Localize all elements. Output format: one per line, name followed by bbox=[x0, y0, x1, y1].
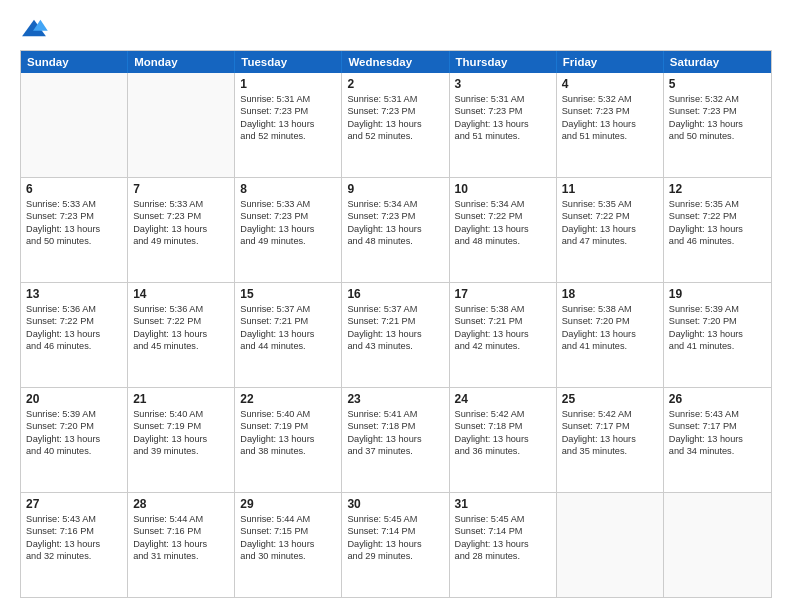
cell-info-line: Sunset: 7:22 PM bbox=[133, 315, 229, 327]
cell-info-line: Daylight: 13 hours bbox=[455, 223, 551, 235]
header-day-friday: Friday bbox=[557, 51, 664, 73]
day-cell-3: 3Sunrise: 5:31 AMSunset: 7:23 PMDaylight… bbox=[450, 73, 557, 177]
cell-info-line: Sunrise: 5:38 AM bbox=[455, 303, 551, 315]
cell-info-line: Daylight: 13 hours bbox=[240, 538, 336, 550]
cell-info-line: and 31 minutes. bbox=[133, 550, 229, 562]
cell-info-line: and 50 minutes. bbox=[669, 130, 766, 142]
cell-info-line: Sunset: 7:17 PM bbox=[669, 420, 766, 432]
cell-info-line: Sunrise: 5:31 AM bbox=[347, 93, 443, 105]
week-row-3: 13Sunrise: 5:36 AMSunset: 7:22 PMDayligh… bbox=[21, 282, 771, 387]
cell-info-line: Sunrise: 5:32 AM bbox=[669, 93, 766, 105]
cell-info-line: Sunset: 7:21 PM bbox=[240, 315, 336, 327]
cell-info-line: Daylight: 13 hours bbox=[455, 118, 551, 130]
day-number: 21 bbox=[133, 392, 229, 406]
cell-info-line: and 43 minutes. bbox=[347, 340, 443, 352]
cell-info-line: Sunrise: 5:36 AM bbox=[26, 303, 122, 315]
cell-info-line: Sunset: 7:23 PM bbox=[240, 105, 336, 117]
day-cell-24: 24Sunrise: 5:42 AMSunset: 7:18 PMDayligh… bbox=[450, 388, 557, 492]
cell-info-line: and 46 minutes. bbox=[26, 340, 122, 352]
cell-info-line: Sunrise: 5:42 AM bbox=[562, 408, 658, 420]
day-number: 11 bbox=[562, 182, 658, 196]
cell-info-line: Daylight: 13 hours bbox=[455, 538, 551, 550]
cell-info-line: Sunrise: 5:31 AM bbox=[455, 93, 551, 105]
cell-info-line: Sunrise: 5:45 AM bbox=[347, 513, 443, 525]
day-number: 28 bbox=[133, 497, 229, 511]
cell-info-line: Sunset: 7:22 PM bbox=[26, 315, 122, 327]
day-cell-17: 17Sunrise: 5:38 AMSunset: 7:21 PMDayligh… bbox=[450, 283, 557, 387]
cell-info-line: Daylight: 13 hours bbox=[133, 223, 229, 235]
cell-info-line: Sunrise: 5:34 AM bbox=[347, 198, 443, 210]
cell-info-line: Sunset: 7:22 PM bbox=[562, 210, 658, 222]
day-number: 26 bbox=[669, 392, 766, 406]
day-number: 22 bbox=[240, 392, 336, 406]
day-cell-7: 7Sunrise: 5:33 AMSunset: 7:23 PMDaylight… bbox=[128, 178, 235, 282]
week-row-5: 27Sunrise: 5:43 AMSunset: 7:16 PMDayligh… bbox=[21, 492, 771, 597]
day-number: 6 bbox=[26, 182, 122, 196]
cell-info-line: Sunset: 7:23 PM bbox=[669, 105, 766, 117]
cell-info-line: and 46 minutes. bbox=[669, 235, 766, 247]
cell-info-line: Sunrise: 5:35 AM bbox=[669, 198, 766, 210]
cell-info-line: Daylight: 13 hours bbox=[240, 118, 336, 130]
day-cell-29: 29Sunrise: 5:44 AMSunset: 7:15 PMDayligh… bbox=[235, 493, 342, 597]
header-day-thursday: Thursday bbox=[450, 51, 557, 73]
day-cell-1: 1Sunrise: 5:31 AMSunset: 7:23 PMDaylight… bbox=[235, 73, 342, 177]
cell-info-line: and 49 minutes. bbox=[133, 235, 229, 247]
cell-info-line: Sunrise: 5:33 AM bbox=[240, 198, 336, 210]
cell-info-line: Daylight: 13 hours bbox=[347, 433, 443, 445]
cell-info-line: and 49 minutes. bbox=[240, 235, 336, 247]
day-cell-21: 21Sunrise: 5:40 AMSunset: 7:19 PMDayligh… bbox=[128, 388, 235, 492]
day-number: 16 bbox=[347, 287, 443, 301]
cell-info-line: Sunset: 7:18 PM bbox=[347, 420, 443, 432]
empty-cell bbox=[21, 73, 128, 177]
day-number: 23 bbox=[347, 392, 443, 406]
cell-info-line: Sunrise: 5:45 AM bbox=[455, 513, 551, 525]
cell-info-line: Sunset: 7:16 PM bbox=[26, 525, 122, 537]
day-number: 3 bbox=[455, 77, 551, 91]
cell-info-line: Sunset: 7:20 PM bbox=[562, 315, 658, 327]
day-number: 17 bbox=[455, 287, 551, 301]
cell-info-line: Daylight: 13 hours bbox=[347, 223, 443, 235]
cell-info-line: Daylight: 13 hours bbox=[133, 328, 229, 340]
day-cell-2: 2Sunrise: 5:31 AMSunset: 7:23 PMDaylight… bbox=[342, 73, 449, 177]
cell-info-line: and 47 minutes. bbox=[562, 235, 658, 247]
cell-info-line: Sunrise: 5:41 AM bbox=[347, 408, 443, 420]
cell-info-line: and 35 minutes. bbox=[562, 445, 658, 457]
cell-info-line: Sunset: 7:20 PM bbox=[669, 315, 766, 327]
cell-info-line: Sunrise: 5:40 AM bbox=[240, 408, 336, 420]
day-number: 15 bbox=[240, 287, 336, 301]
cell-info-line: and 39 minutes. bbox=[133, 445, 229, 457]
cell-info-line: and 48 minutes. bbox=[347, 235, 443, 247]
week-row-1: 1Sunrise: 5:31 AMSunset: 7:23 PMDaylight… bbox=[21, 73, 771, 177]
cell-info-line: Daylight: 13 hours bbox=[26, 328, 122, 340]
cell-info-line: Sunrise: 5:34 AM bbox=[455, 198, 551, 210]
cell-info-line: Daylight: 13 hours bbox=[669, 118, 766, 130]
day-cell-27: 27Sunrise: 5:43 AMSunset: 7:16 PMDayligh… bbox=[21, 493, 128, 597]
day-cell-9: 9Sunrise: 5:34 AMSunset: 7:23 PMDaylight… bbox=[342, 178, 449, 282]
day-cell-19: 19Sunrise: 5:39 AMSunset: 7:20 PMDayligh… bbox=[664, 283, 771, 387]
cell-info-line: Sunrise: 5:33 AM bbox=[26, 198, 122, 210]
cell-info-line: Sunrise: 5:33 AM bbox=[133, 198, 229, 210]
cell-info-line: Sunset: 7:17 PM bbox=[562, 420, 658, 432]
cell-info-line: Sunset: 7:18 PM bbox=[455, 420, 551, 432]
cell-info-line: and 45 minutes. bbox=[133, 340, 229, 352]
cell-info-line: Sunset: 7:23 PM bbox=[347, 105, 443, 117]
cell-info-line: Sunset: 7:14 PM bbox=[455, 525, 551, 537]
cell-info-line: Sunrise: 5:43 AM bbox=[669, 408, 766, 420]
cell-info-line: Sunrise: 5:40 AM bbox=[133, 408, 229, 420]
day-cell-6: 6Sunrise: 5:33 AMSunset: 7:23 PMDaylight… bbox=[21, 178, 128, 282]
cell-info-line: and 36 minutes. bbox=[455, 445, 551, 457]
day-number: 25 bbox=[562, 392, 658, 406]
cell-info-line: and 32 minutes. bbox=[26, 550, 122, 562]
cell-info-line: Daylight: 13 hours bbox=[26, 433, 122, 445]
cell-info-line: Daylight: 13 hours bbox=[669, 328, 766, 340]
cell-info-line: and 30 minutes. bbox=[240, 550, 336, 562]
cell-info-line: and 42 minutes. bbox=[455, 340, 551, 352]
day-number: 29 bbox=[240, 497, 336, 511]
cell-info-line: Sunrise: 5:37 AM bbox=[240, 303, 336, 315]
cell-info-line: Daylight: 13 hours bbox=[455, 433, 551, 445]
day-number: 2 bbox=[347, 77, 443, 91]
logo-icon bbox=[20, 18, 48, 40]
cell-info-line: Daylight: 13 hours bbox=[347, 328, 443, 340]
cell-info-line: Sunset: 7:23 PM bbox=[562, 105, 658, 117]
day-number: 14 bbox=[133, 287, 229, 301]
